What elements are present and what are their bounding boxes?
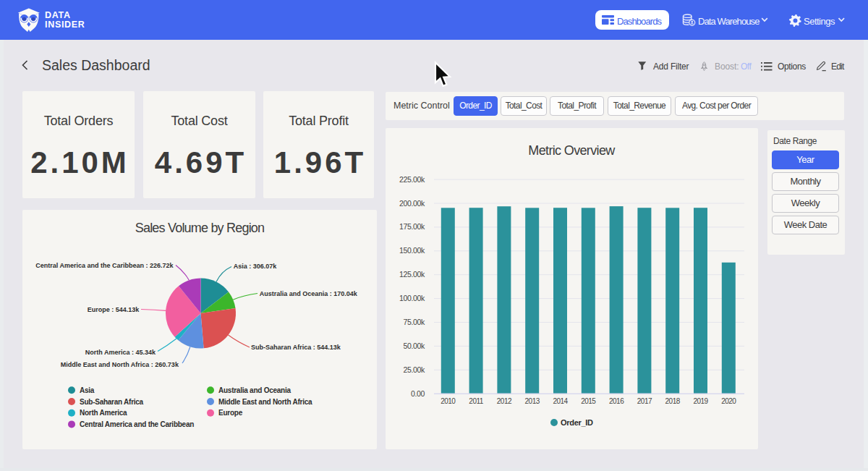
- svg-text:2014: 2014: [553, 397, 568, 405]
- svg-text:Sub-Saharan Africa : 544.13k: Sub-Saharan Africa : 544.13k: [251, 344, 341, 351]
- svg-text:225.00k: 225.00k: [399, 175, 425, 184]
- svg-text:Sales Volume by Region: Sales Volume by Region: [135, 221, 265, 235]
- svg-text:100.00k: 100.00k: [399, 294, 425, 302]
- svg-text:Middle East and North Africa :: Middle East and North Africa : 260.73k: [61, 361, 179, 368]
- svg-text:Middle East and North Africa: Middle East and North Africa: [218, 398, 312, 406]
- svg-text:Australia and Oceania : 170.04: Australia and Oceania : 170.04k: [260, 290, 358, 297]
- svg-text:Asia: Asia: [80, 386, 95, 394]
- svg-text:50.00k: 50.00k: [404, 341, 426, 350]
- svg-text:2015: 2015: [581, 397, 596, 405]
- svg-text:150.00k: 150.00k: [399, 246, 425, 255]
- svg-text:2012: 2012: [497, 397, 512, 405]
- svg-text:0.00: 0.00: [411, 389, 425, 398]
- svg-text:Central America and the Caribb: Central America and the Caribbean: [80, 420, 194, 428]
- svg-text:Europe: Europe: [218, 409, 243, 417]
- svg-text:Europe : 544.13k: Europe : 544.13k: [88, 306, 140, 313]
- svg-text:Asia : 306.07k: Asia : 306.07k: [234, 263, 278, 270]
- svg-text:75.00k: 75.00k: [404, 318, 426, 326]
- svg-text:2011: 2011: [469, 397, 483, 405]
- svg-text:Order_ID: Order_ID: [561, 418, 593, 427]
- svg-text:2010: 2010: [441, 397, 456, 405]
- svg-text:200.00k: 200.00k: [399, 199, 425, 208]
- svg-text:2013: 2013: [525, 397, 540, 405]
- svg-text:Australia and Oceania: Australia and Oceania: [218, 386, 291, 394]
- svg-text:2016: 2016: [609, 397, 624, 405]
- svg-text:125.00k: 125.00k: [399, 270, 425, 279]
- svg-text:2017: 2017: [637, 397, 652, 405]
- svg-text:Sub-Saharan Africa: Sub-Saharan Africa: [80, 398, 144, 406]
- svg-text:2018: 2018: [665, 397, 681, 405]
- svg-text:175.00k: 175.00k: [399, 222, 425, 231]
- svg-text:2020: 2020: [721, 397, 736, 405]
- svg-text:North America: North America: [80, 409, 127, 417]
- svg-text:North America : 45.34k: North America : 45.34k: [85, 349, 156, 356]
- svg-text:Metric Overview: Metric Overview: [528, 143, 616, 158]
- svg-text:Central America and the Caribb: Central America and the Caribbean : 226.…: [35, 262, 174, 269]
- svg-text:25.00k: 25.00k: [404, 365, 426, 374]
- svg-text:2019: 2019: [693, 397, 708, 405]
